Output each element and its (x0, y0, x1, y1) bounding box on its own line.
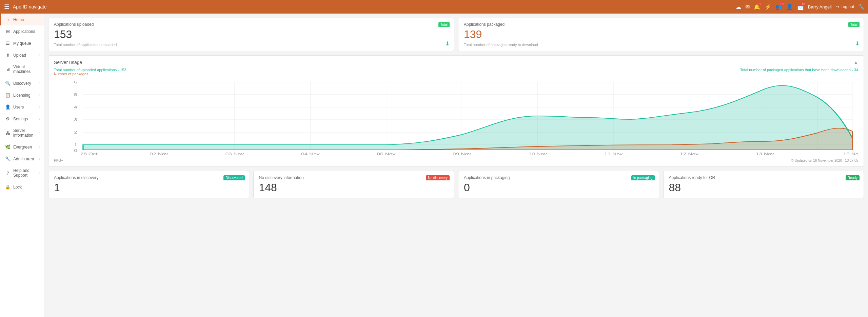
sidebar-item-label: Upload (13, 53, 36, 58)
envelope-badge: 10 (801, 2, 806, 6)
chart-area: 6 5 4 3 2 1 0 (54, 79, 858, 157)
svg-text:15 Nov: 15 Nov (843, 152, 858, 156)
sidebar-item-label: Virtual machines (13, 64, 40, 74)
qr-value: 88 (669, 181, 859, 194)
app-title: App ID navigate (13, 4, 47, 9)
chevron-right-icon: ‹ (39, 81, 40, 85)
nodiscovery-value: 148 (259, 181, 449, 194)
sidebar-item-evergreen[interactable]: 🌿 Evergreen ‹ (0, 141, 44, 153)
chevron-right-icon: ‹ (39, 105, 40, 109)
sidebar-item-label: Help and Support (13, 168, 36, 178)
packaging-card: Applications in packaging 0 In packaging (458, 171, 659, 198)
packaged-desc: Total number of packages ready to downlo… (464, 43, 858, 47)
svg-text:2: 2 (74, 131, 77, 134)
legend-uploaded: Total number of uploaded applications - … (54, 68, 126, 72)
stat-cards-row: Applications uploaded 153 Total number o… (48, 18, 864, 51)
nodiscovery-card: No discovery information 148 No discover… (253, 171, 454, 198)
sidebar-item-server-information[interactable]: 🖧 Server information ‹ (0, 125, 44, 141)
discovery-icon: 🔍 (5, 81, 11, 86)
chart-section: Server usage ▲ Total number of uploaded … (48, 55, 864, 167)
ready-badge: Ready (846, 175, 860, 180)
help-icon: ? (5, 171, 11, 176)
discovery-title: Applications in discovery (54, 175, 243, 180)
bell-icon[interactable]: 🔔 1 (754, 4, 761, 10)
bottom-stats-row: Applications in discovery 1 Discovered N… (48, 171, 864, 198)
sidebar-item-label: My queue (13, 41, 40, 46)
svg-text:1: 1 (74, 143, 77, 147)
sidebar-item-label: Users (13, 105, 36, 110)
vm-icon: 🖥 (5, 67, 11, 72)
uploaded-desc: Total number of applications uploaded (54, 43, 448, 47)
chevron-right-icon: ‹ (39, 157, 40, 161)
sidebar-item-users[interactable]: 👤 Users ‹ (0, 101, 44, 113)
message-icon[interactable]: ✉ (745, 4, 750, 10)
users-icon[interactable]: 👥 10 (775, 4, 782, 10)
sidebar-item-label: Evergreen (13, 145, 36, 150)
svg-text:6: 6 (74, 80, 77, 84)
top-navigation: ☰ App ID navigate ☁ ✉ 🔔 1 ⚡ 👥 10 👤 📩 10 … (0, 0, 868, 14)
nav-left: ☰ App ID navigate (4, 3, 47, 11)
main-layout: ⌂ Home ⊞ Applications ☰ My queue ⬆ Uploa… (0, 14, 868, 317)
svg-text:28 Oct: 28 Oct (80, 152, 98, 156)
sidebar-item-myqueue[interactable]: ☰ My queue (0, 37, 44, 49)
sidebar-item-licensing[interactable]: 📋 Licensing ‹ (0, 89, 44, 101)
collapse-icon[interactable]: ▲ (853, 60, 858, 65)
licensing-icon: 📋 (5, 93, 11, 98)
sidebar-item-discovery[interactable]: 🔍 Discovery ‹ (0, 77, 44, 89)
user-name[interactable]: Barry Angell (808, 4, 832, 9)
wrench-icon[interactable]: 🔧 (858, 4, 864, 9)
chevron-right-icon: ‹ (39, 145, 40, 149)
sidebar-item-upload[interactable]: ⬆ Upload ‹ (0, 49, 44, 61)
bell-badge: 1 (758, 2, 763, 6)
chart-footer: PKG+ © Updated on 16 November 2020 - 13:… (54, 159, 858, 162)
discovered-badge: Discovered (223, 175, 244, 180)
nodiscovery-badge: No discovery (426, 175, 450, 180)
svg-text:0: 0 (74, 149, 77, 153)
svg-text:02 Nov: 02 Nov (150, 152, 168, 156)
uploaded-value: 153 (54, 28, 448, 41)
legend-right: Total number of packaged applications th… (740, 68, 858, 76)
discovery-value: 1 (54, 181, 243, 194)
svg-text:13 Nov: 13 Nov (756, 152, 774, 156)
inpackaging-badge: In packaging (631, 175, 655, 180)
download-icon[interactable]: ⬇ (855, 40, 860, 47)
sidebar-item-help[interactable]: ? Help and Support ‹ (0, 165, 44, 181)
nodiscovery-title: No discovery information (259, 175, 449, 180)
person-icon[interactable]: 👤 (786, 4, 793, 10)
sidebar-item-home[interactable]: ⌂ Home (0, 14, 44, 25)
qr-title: Applications ready for QR (669, 175, 859, 180)
sidebar-item-label: Lock (13, 185, 40, 190)
sidebar-item-settings[interactable]: ⚙ Settings ‹ (0, 113, 44, 125)
sidebar-item-label: Settings (13, 117, 36, 121)
svg-text:09 Nov: 09 Nov (453, 152, 471, 156)
discovery-card: Applications in discovery 1 Discovered (48, 171, 249, 198)
sidebar-item-vms[interactable]: 🖥 Virtual machines (0, 61, 44, 77)
chart-svg: 6 5 4 3 2 1 0 (54, 79, 858, 157)
sidebar-item-lock[interactable]: 🔒 Lock (0, 181, 44, 193)
queue-icon: ☰ (5, 41, 11, 46)
sidebar-item-label: Licensing (13, 93, 36, 98)
envelope-icon[interactable]: 📩 10 (797, 4, 804, 10)
uploaded-badge: Total (438, 22, 450, 27)
applications-icon: ⊞ (5, 29, 11, 34)
bolt-icon[interactable]: ⚡ (765, 4, 771, 10)
hamburger-menu[interactable]: ☰ (4, 3, 9, 11)
logout-icon: ↪ (836, 4, 839, 9)
cloud-icon[interactable]: ☁ (736, 4, 741, 10)
sidebar-item-admin[interactable]: 🔧 Admin area ‹ (0, 153, 44, 165)
download-icon[interactable]: ⬇ (445, 40, 450, 47)
legend-packages: Number of packages (54, 72, 126, 76)
chart-legend: Total number of uploaded applications - … (54, 68, 858, 76)
chevron-right-icon: ‹ (39, 131, 40, 135)
chart-title: Server usage (54, 60, 82, 65)
main-content: Applications uploaded 153 Total number o… (44, 14, 868, 317)
svg-text:06 Nov: 06 Nov (377, 152, 395, 156)
packaging-title: Applications in packaging (464, 175, 653, 180)
uploaded-card: Applications uploaded 153 Total number o… (48, 18, 454, 51)
sidebar-item-applications[interactable]: ⊞ Applications (0, 25, 44, 37)
sidebar-item-label: Discovery (13, 81, 36, 86)
svg-text:04 Nov: 04 Nov (301, 152, 319, 156)
packaged-card: Applications packaged 139 Total number o… (458, 18, 864, 51)
packaging-value: 0 (464, 181, 653, 194)
logout-button[interactable]: ↪ Log out (836, 4, 854, 9)
